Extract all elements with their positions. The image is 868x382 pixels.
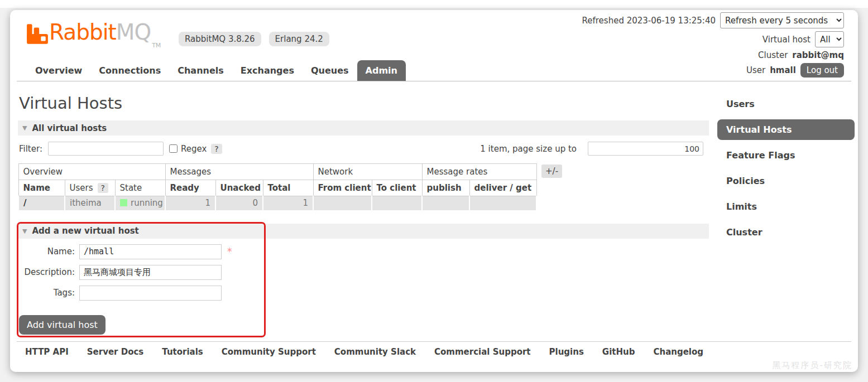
pagination: 1 item, page size up to xyxy=(480,142,709,156)
cluster-label: Cluster xyxy=(758,50,788,60)
cell-from-client xyxy=(313,196,372,211)
tab-admin[interactable]: Admin xyxy=(357,60,406,81)
regex-checkbox[interactable] xyxy=(169,144,178,153)
main-nav-tabs: Overview Connections Channels Exchanges … xyxy=(27,60,406,81)
footer-link-changelog[interactable]: Changelog xyxy=(653,347,703,357)
refresh-interval-select[interactable]: Refresh every 5 seconds xyxy=(720,12,844,28)
tags-label: Tags: xyxy=(18,288,79,298)
footer-links: HTTP API Server Docs Tutorials Community… xyxy=(25,347,703,357)
add-virtual-host-button[interactable]: Add virtual host xyxy=(19,315,105,335)
group-header-network: Network xyxy=(313,164,422,180)
footer-link-plugins[interactable]: Plugins xyxy=(549,347,584,357)
footer-link-server-docs[interactable]: Server Docs xyxy=(87,347,144,357)
col-state[interactable]: State xyxy=(115,180,165,196)
vhosts-table-wrap: Overview Messages Network Message rates … xyxy=(18,163,709,211)
cell-total: 1 xyxy=(263,196,313,211)
running-status-icon xyxy=(120,199,127,206)
main-content: Virtual Hosts ▼ All virtual hosts Filter… xyxy=(18,84,709,335)
cluster-name: rabbit@mq xyxy=(792,50,844,60)
cell-vhost-name[interactable]: / xyxy=(18,196,65,211)
col-from-client[interactable]: From client xyxy=(313,180,372,196)
col-publish[interactable]: publish xyxy=(422,180,469,196)
regex-help-icon[interactable]: ? xyxy=(211,144,222,154)
section-title: Add a new virtual host xyxy=(32,226,138,236)
vhosts-table: Overview Messages Network Message rates … xyxy=(18,163,537,211)
tab-channels[interactable]: Channels xyxy=(169,60,232,81)
footer-link-http-api[interactable]: HTTP API xyxy=(25,347,69,357)
footer-link-community-slack[interactable]: Community Slack xyxy=(334,347,416,357)
cell-deliver-get xyxy=(469,196,536,211)
version-badges: RabbitMQ 3.8.26 Erlang 24.2 xyxy=(179,32,329,46)
cell-ready: 1 xyxy=(165,196,215,211)
tab-queues[interactable]: Queues xyxy=(303,60,357,81)
description-field-row: Description: xyxy=(18,265,709,280)
section-add-virtual-host[interactable]: ▼ Add a new virtual host xyxy=(18,224,709,239)
watermark: 黑马程序员-研究院 xyxy=(773,360,852,371)
virtual-host-select[interactable]: All xyxy=(815,31,844,47)
footer-link-commercial-support[interactable]: Commercial Support xyxy=(434,347,531,357)
footer-link-github[interactable]: GitHub xyxy=(602,347,635,357)
rabbitmq-logo-icon xyxy=(26,20,49,48)
pagination-text: 1 item, page size up to xyxy=(480,144,577,154)
footer-link-tutorials[interactable]: Tutorials xyxy=(162,347,203,357)
column-toggle-button[interactable]: +/- xyxy=(541,165,562,178)
refreshed-timestamp: Refreshed 2023-06-19 13:25:40 xyxy=(582,16,716,26)
filter-label: Filter: xyxy=(19,144,42,154)
sidebar-item-users[interactable]: Users xyxy=(717,94,855,114)
user-name: hmall xyxy=(770,65,796,75)
sidebar-item-limits[interactable]: Limits xyxy=(717,196,855,217)
add-virtual-host-area: ▼ Add a new virtual host Name: * Descrip… xyxy=(18,224,709,335)
filter-input[interactable] xyxy=(48,142,164,156)
sidebar-item-virtual-hosts[interactable]: Virtual Hosts xyxy=(717,119,855,140)
collapse-triangle-icon: ▼ xyxy=(22,228,27,235)
collapse-triangle-icon: ▼ xyxy=(22,124,27,132)
required-marker: * xyxy=(227,246,232,257)
tab-connections[interactable]: Connections xyxy=(90,60,169,81)
col-deliver-get[interactable]: deliver / get xyxy=(469,180,536,196)
tab-exchanges[interactable]: Exchanges xyxy=(232,60,303,81)
brand-text: RabbitMQTM xyxy=(49,20,161,58)
cell-state: running xyxy=(115,196,165,211)
group-header-messages: Messages xyxy=(165,164,313,180)
vhost-name-input[interactable] xyxy=(79,244,222,259)
user-label: User xyxy=(746,65,765,75)
col-unacked[interactable]: Unacked xyxy=(215,180,263,196)
page-size-input[interactable] xyxy=(588,142,703,156)
sidebar-item-cluster[interactable]: Cluster xyxy=(717,222,855,243)
footer-link-community-support[interactable]: Community Support xyxy=(222,347,316,357)
logout-button[interactable]: Log out xyxy=(800,63,844,78)
cell-to-client xyxy=(372,196,422,211)
cell-users: itheima xyxy=(65,196,115,211)
page-title: Virtual Hosts xyxy=(19,94,709,113)
group-header-row: Overview Messages Network Message rates xyxy=(18,164,536,180)
sidebar-item-feature-flags[interactable]: Feature Flags xyxy=(717,145,855,166)
col-users[interactable]: Users? xyxy=(65,180,115,196)
app-window: RabbitMQTM RabbitMQ 3.8.26 Erlang 24.2 R… xyxy=(10,10,858,372)
sidebar-item-policies[interactable]: Policies xyxy=(717,171,855,191)
footer-divider xyxy=(17,341,851,342)
vhost-tags-input[interactable] xyxy=(79,286,222,301)
tags-field-row: Tags: xyxy=(18,286,709,301)
tab-overview[interactable]: Overview xyxy=(27,60,90,81)
name-field-row: Name: * xyxy=(18,244,709,259)
cell-publish xyxy=(422,196,469,211)
group-header-message-rates: Message rates xyxy=(422,164,536,180)
vhost-description-input[interactable] xyxy=(79,265,222,280)
col-name[interactable]: Name xyxy=(18,180,65,196)
name-label: Name: xyxy=(18,246,79,257)
col-to-client[interactable]: To client xyxy=(372,180,422,196)
section-all-virtual-hosts[interactable]: ▼ All virtual hosts xyxy=(18,120,709,136)
virtual-host-label: Virtual host xyxy=(763,35,811,45)
filter-row: Filter: Regex ? 1 item, page size up to xyxy=(19,142,709,156)
section-title: All virtual hosts xyxy=(32,123,107,133)
rabbitmq-logo[interactable]: RabbitMQTM xyxy=(26,20,161,58)
col-total[interactable]: Total xyxy=(263,180,313,196)
tab-underline xyxy=(17,81,851,81)
regex-label: Regex xyxy=(181,144,207,154)
erlang-version-badge: Erlang 24.2 xyxy=(269,32,329,46)
admin-sidebar: Users Virtual Hosts Feature Flags Polici… xyxy=(717,94,855,248)
rabbitmq-version-badge: RabbitMQ 3.8.26 xyxy=(179,32,261,46)
table-row: / itheima running 1 0 1 xyxy=(18,196,536,211)
users-help-icon[interactable]: ? xyxy=(98,183,108,193)
col-ready[interactable]: Ready xyxy=(165,180,215,196)
